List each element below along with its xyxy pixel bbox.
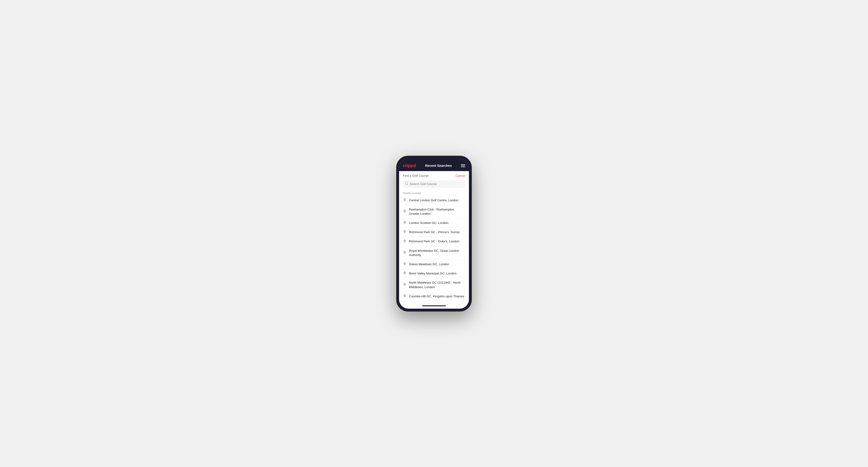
phone-screen: clippd Recent Searches Find a Golf Cours… bbox=[399, 159, 469, 309]
course-name: Brent Valley Municipal GC, London bbox=[409, 271, 457, 276]
list-item[interactable]: Central London Golf Centre, London bbox=[399, 196, 469, 205]
location-icon bbox=[403, 283, 407, 287]
course-name: Coombe Hill GC, Kingston upon Thames bbox=[409, 294, 464, 299]
course-list: Central London Golf Centre, London Roeha… bbox=[399, 196, 469, 301]
list-item[interactable]: Richmond Park GC - Prince's, Surrey bbox=[399, 228, 469, 237]
list-item[interactable]: Royal Wimbledon GC, Great London Authori… bbox=[399, 246, 469, 260]
location-icon bbox=[403, 271, 407, 276]
nav-title: Recent Searches bbox=[425, 164, 452, 167]
course-name: North Middlesex GC (1011942 - North Midd… bbox=[409, 281, 465, 289]
nav-bar: clippd Recent Searches bbox=[399, 161, 469, 171]
nearby-courses-label: Nearby courses bbox=[399, 190, 469, 196]
list-item[interactable]: Richmond Park GC - Duke's, London bbox=[399, 237, 469, 246]
list-item[interactable]: North Middlesex GC (1011942 - North Midd… bbox=[399, 278, 469, 292]
course-name: Central London Golf Centre, London bbox=[409, 198, 459, 203]
location-icon bbox=[403, 198, 407, 203]
svg-line-1 bbox=[407, 184, 408, 185]
search-container bbox=[399, 179, 469, 190]
list-item[interactable]: Coombe Hill GC, Kingston upon Thames bbox=[399, 292, 469, 301]
location-icon bbox=[403, 294, 407, 299]
list-item[interactable]: Dukes Meadows GC, London bbox=[399, 260, 469, 269]
search-icon bbox=[405, 182, 408, 186]
course-name: London Scottish GC, London bbox=[409, 221, 448, 225]
location-icon bbox=[403, 262, 407, 267]
search-input[interactable] bbox=[410, 182, 463, 186]
home-bar bbox=[422, 305, 446, 306]
phone-notch bbox=[399, 159, 469, 161]
course-name: Roehampton Club - Roehampton, Greater Lo… bbox=[409, 208, 465, 216]
location-icon bbox=[403, 240, 407, 244]
cancel-button[interactable]: Cancel bbox=[456, 174, 465, 178]
home-indicator bbox=[399, 304, 469, 309]
find-label: Find a Golf Course bbox=[403, 174, 429, 178]
search-box bbox=[403, 180, 465, 188]
course-name: Royal Wimbledon GC, Great London Authori… bbox=[409, 249, 465, 257]
location-icon bbox=[403, 210, 407, 214]
location-icon bbox=[403, 251, 407, 255]
location-icon bbox=[403, 230, 407, 234]
list-item[interactable]: London Scottish GC, London bbox=[399, 219, 469, 228]
course-name: Richmond Park GC - Prince's, Surrey bbox=[409, 230, 460, 234]
list-item[interactable]: Brent Valley Municipal GC, London bbox=[399, 269, 469, 278]
list-item[interactable]: Roehampton Club - Roehampton, Greater Lo… bbox=[399, 205, 469, 219]
main-content: Find a Golf Course Cancel Nearby courses bbox=[399, 171, 469, 304]
course-name: Dukes Meadows GC, London bbox=[409, 262, 449, 267]
course-name: Richmond Park GC - Duke's, London bbox=[409, 239, 459, 244]
location-icon bbox=[403, 221, 407, 225]
phone-frame: clippd Recent Searches Find a Golf Cours… bbox=[396, 156, 472, 311]
menu-icon[interactable] bbox=[461, 164, 465, 167]
find-header: Find a Golf Course Cancel bbox=[399, 171, 469, 179]
app-logo: clippd bbox=[403, 163, 416, 168]
